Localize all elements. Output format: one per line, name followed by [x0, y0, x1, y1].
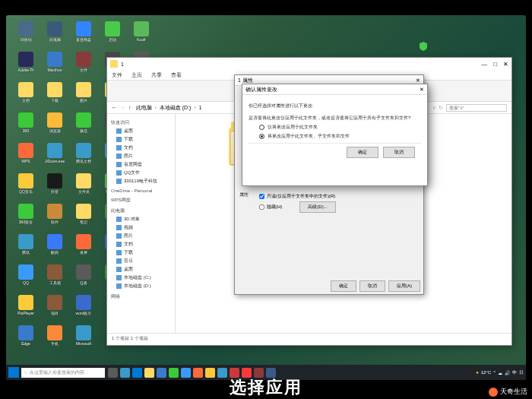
- minimize-button[interactable]: —: [481, 61, 487, 68]
- desktop-icon[interactable]: 启动: [99, 21, 126, 50]
- sidebar-item[interactable]: 视频: [109, 223, 173, 232]
- sidebar-item[interactable]: OneDrive - Personal: [109, 188, 173, 194]
- breadcrumb-part[interactable]: 1: [199, 105, 202, 110]
- radio-icon: [259, 125, 264, 130]
- sidebar-item[interactable]: 此电脑: [109, 207, 173, 215]
- desktop-icon[interactable]: 笔记: [70, 204, 97, 233]
- desktop-icon[interactable]: 下载: [41, 82, 68, 111]
- ok-button[interactable]: 确定: [331, 280, 356, 292]
- desktop-icon[interactable]: 百度网盘: [70, 21, 97, 50]
- readonly-checkbox[interactable]: [259, 194, 264, 199]
- cancel-button[interactable]: 取消: [359, 280, 385, 292]
- desktop-icon[interactable]: QQ: [12, 264, 40, 293]
- radio-all-subfolders[interactable]: 将更改应用于此文件夹、子文件夹和文件: [259, 133, 421, 140]
- forward-icon[interactable]: →: [120, 105, 125, 110]
- desktop-icon[interactable]: Microsoft: [70, 325, 97, 354]
- desktop-icon[interactable]: 文档: [12, 82, 40, 111]
- sidebar-item[interactable]: 下载: [109, 135, 173, 144]
- desktop-icon[interactable]: 酷狗: [41, 234, 68, 263]
- sidebar-item[interactable]: 网络: [109, 293, 173, 301]
- sidebar-item[interactable]: 图片: [109, 232, 173, 240]
- readonly-label: 只读(仅应用于文件夹中的文件)(R): [267, 193, 335, 200]
- desktop-icon[interactable]: 微信: [70, 112, 97, 141]
- desktop-icon[interactable]: 图片: [70, 82, 97, 111]
- desktop-icon[interactable]: 文件: [70, 52, 97, 81]
- desktop-icon[interactable]: Edge: [12, 325, 40, 354]
- desktop-icon[interactable]: WPS: [12, 143, 40, 172]
- back-icon[interactable]: ←: [112, 105, 117, 110]
- hidden-checkbox[interactable]: [259, 204, 264, 210]
- sidebar-item[interactable]: 文档: [109, 240, 173, 249]
- video-caption: 选择应用: [0, 376, 532, 399]
- search-placeholder: 在这里输入你要搜索的内容: [30, 369, 84, 376]
- sidebar-item[interactable]: WPS网盘: [109, 196, 173, 204]
- sidebar-item[interactable]: 音乐: [109, 257, 173, 265]
- close-button[interactable]: ✕: [420, 87, 424, 93]
- radio-label-2: 将更改应用于此文件夹、子文件夹和文件: [268, 133, 350, 140]
- explorer-sidebar: 快速访问桌面下载文档图片百度网盘QQ文件330119电子科技OneDrive -…: [107, 114, 176, 333]
- sidebar-item[interactable]: 快速访问: [109, 119, 173, 127]
- folder-icon: [110, 60, 118, 68]
- breadcrumb-part[interactable]: 本地磁盘 (D:): [160, 104, 192, 112]
- cancel-button[interactable]: 取消: [383, 147, 415, 158]
- apply-button[interactable]: 应用(A): [388, 280, 420, 292]
- tray-expand-icon[interactable]: ^: [493, 370, 496, 375]
- maximize-button[interactable]: □: [493, 61, 497, 68]
- sidebar-item[interactable]: 百度网盘: [109, 160, 173, 169]
- confirm-titlebar[interactable]: 确认属性更改 ✕: [242, 84, 427, 95]
- sidebar-item[interactable]: 图片: [109, 152, 173, 160]
- desktop-icon[interactable]: 录屏: [70, 234, 97, 263]
- ok-button[interactable]: 确定: [347, 147, 378, 158]
- ime-icon[interactable]: 日: [519, 369, 524, 376]
- desktop-icon[interactable]: 工具箱: [41, 264, 68, 293]
- desktop-icon[interactable]: 此电脑: [41, 21, 68, 50]
- sidebar-item[interactable]: 3D 对象: [109, 215, 173, 223]
- menu-item[interactable]: 查看: [171, 71, 182, 79]
- desktop-icon[interactable]: Adobe Pr: [12, 52, 40, 81]
- desktop-icon[interactable]: 任务: [70, 264, 97, 293]
- ime-icon[interactable]: 中: [512, 369, 517, 376]
- desktop-icon[interactable]: PotPlayer: [12, 295, 40, 324]
- sidebar-item[interactable]: QQ文件: [109, 169, 173, 177]
- desktop-icon[interactable]: 抖音: [41, 173, 68, 202]
- menu-item[interactable]: 共享: [151, 71, 162, 79]
- menu-item[interactable]: 文件: [112, 71, 122, 79]
- up-icon[interactable]: ↑: [128, 105, 131, 110]
- sidebar-item[interactable]: 本地磁盘 (D:): [109, 282, 173, 290]
- sidebar-item[interactable]: 文档: [109, 144, 173, 152]
- breadcrumb-part[interactable]: 此电脑: [136, 104, 152, 112]
- desktop-icon[interactable]: 文件夹: [70, 173, 97, 202]
- desktop-icon[interactable]: Maxthon: [41, 52, 68, 81]
- desktop-icon[interactable]: 软件: [41, 204, 68, 233]
- close-button[interactable]: ✕: [416, 78, 420, 84]
- sidebar-item[interactable]: 本地磁盘 (C:): [109, 274, 173, 282]
- sidebar-item[interactable]: 桌面: [109, 265, 173, 274]
- desktop-icon[interactable]: 360安全: [12, 204, 40, 233]
- search-input[interactable]: [446, 104, 507, 112]
- sidebar-item[interactable]: 330119电子科技: [109, 177, 173, 185]
- desktop-icon[interactable]: 腾讯文档: [70, 143, 97, 172]
- close-button[interactable]: ✕: [503, 61, 508, 68]
- desktop-icon[interactable]: 项目: [41, 295, 68, 324]
- desktop-icon[interactable]: JiDown.exe: [41, 143, 68, 172]
- sidebar-item[interactable]: 下载: [109, 249, 173, 257]
- desktop-icon[interactable]: 回收站: [12, 21, 40, 50]
- desktop-icon[interactable]: 手机: [41, 325, 68, 354]
- explorer-titlebar[interactable]: 1 — □ ✕: [107, 58, 511, 70]
- menu-item[interactable]: 主页: [131, 71, 142, 79]
- desktop-icon[interactable]: Koofr: [128, 21, 155, 50]
- volume-icon[interactable]: 🔊: [505, 370, 510, 375]
- desktop-icon[interactable]: QQ音乐: [12, 173, 40, 202]
- desktop-icon[interactable]: 浏览器: [41, 112, 68, 141]
- properties-title-text: 1 属性: [238, 77, 253, 84]
- hidden-label: 隐藏(H): [267, 204, 282, 211]
- system-tray[interactable]: ● 12°C ^ ☁ 🔊 中 日: [476, 369, 524, 376]
- desktop-icon[interactable]: word提示: [70, 295, 97, 324]
- sidebar-item[interactable]: 桌面: [109, 127, 173, 135]
- desktop-icon[interactable]: 腾讯: [12, 234, 40, 263]
- confirm-dialog[interactable]: 确认属性更改 ✕ 你已经选择对属性进行以下更改: 是否要将此更改仅应用于此文件夹…: [242, 84, 428, 186]
- advanced-button[interactable]: 高级(D)...: [299, 201, 335, 213]
- radio-this-folder[interactable]: 仅将更改应用于此文件夹: [259, 124, 421, 131]
- desktop-icon[interactable]: 360: [12, 112, 40, 141]
- tray-icon[interactable]: ☁: [498, 370, 502, 375]
